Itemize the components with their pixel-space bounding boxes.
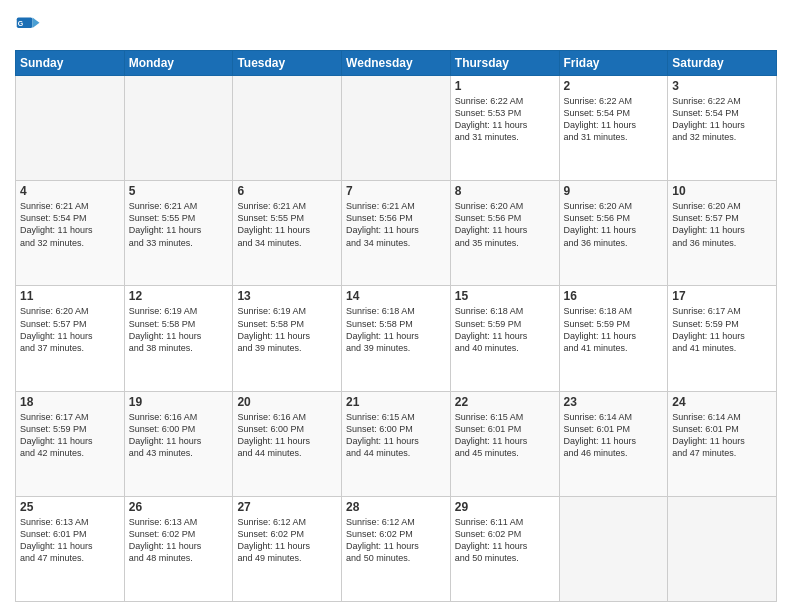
day-number: 28	[346, 500, 446, 514]
svg-marker-1	[33, 18, 40, 29]
calendar-cell: 19Sunrise: 6:16 AM Sunset: 6:00 PM Dayli…	[124, 391, 233, 496]
day-number: 14	[346, 289, 446, 303]
cell-info: Sunrise: 6:22 AM Sunset: 5:53 PM Dayligh…	[455, 95, 555, 144]
cell-info: Sunrise: 6:13 AM Sunset: 6:02 PM Dayligh…	[129, 516, 229, 565]
logo-icon: G	[15, 14, 43, 42]
cell-info: Sunrise: 6:18 AM Sunset: 5:59 PM Dayligh…	[564, 305, 664, 354]
day-number: 16	[564, 289, 664, 303]
day-number: 4	[20, 184, 120, 198]
calendar-week-0: 1Sunrise: 6:22 AM Sunset: 5:53 PM Daylig…	[16, 76, 777, 181]
calendar-cell	[668, 496, 777, 601]
day-header-tuesday: Tuesday	[233, 51, 342, 76]
day-header-saturday: Saturday	[668, 51, 777, 76]
calendar-table: SundayMondayTuesdayWednesdayThursdayFrid…	[15, 50, 777, 602]
calendar-week-2: 11Sunrise: 6:20 AM Sunset: 5:57 PM Dayli…	[16, 286, 777, 391]
calendar-cell	[124, 76, 233, 181]
day-number: 6	[237, 184, 337, 198]
calendar-cell	[342, 76, 451, 181]
day-number: 9	[564, 184, 664, 198]
day-number: 18	[20, 395, 120, 409]
calendar-cell: 21Sunrise: 6:15 AM Sunset: 6:00 PM Dayli…	[342, 391, 451, 496]
calendar-cell: 28Sunrise: 6:12 AM Sunset: 6:02 PM Dayli…	[342, 496, 451, 601]
calendar-week-1: 4Sunrise: 6:21 AM Sunset: 5:54 PM Daylig…	[16, 181, 777, 286]
day-number: 11	[20, 289, 120, 303]
day-number: 20	[237, 395, 337, 409]
day-number: 21	[346, 395, 446, 409]
cell-info: Sunrise: 6:12 AM Sunset: 6:02 PM Dayligh…	[237, 516, 337, 565]
calendar-week-4: 25Sunrise: 6:13 AM Sunset: 6:01 PM Dayli…	[16, 496, 777, 601]
cell-info: Sunrise: 6:19 AM Sunset: 5:58 PM Dayligh…	[237, 305, 337, 354]
calendar-cell: 12Sunrise: 6:19 AM Sunset: 5:58 PM Dayli…	[124, 286, 233, 391]
cell-info: Sunrise: 6:21 AM Sunset: 5:55 PM Dayligh…	[237, 200, 337, 249]
svg-text:G: G	[18, 20, 24, 27]
day-number: 23	[564, 395, 664, 409]
calendar-cell: 29Sunrise: 6:11 AM Sunset: 6:02 PM Dayli…	[450, 496, 559, 601]
calendar-cell: 10Sunrise: 6:20 AM Sunset: 5:57 PM Dayli…	[668, 181, 777, 286]
calendar-cell: 18Sunrise: 6:17 AM Sunset: 5:59 PM Dayli…	[16, 391, 125, 496]
cell-info: Sunrise: 6:17 AM Sunset: 5:59 PM Dayligh…	[20, 411, 120, 460]
day-number: 22	[455, 395, 555, 409]
calendar-cell: 3Sunrise: 6:22 AM Sunset: 5:54 PM Daylig…	[668, 76, 777, 181]
cell-info: Sunrise: 6:16 AM Sunset: 6:00 PM Dayligh…	[129, 411, 229, 460]
cell-info: Sunrise: 6:15 AM Sunset: 6:01 PM Dayligh…	[455, 411, 555, 460]
calendar-cell: 4Sunrise: 6:21 AM Sunset: 5:54 PM Daylig…	[16, 181, 125, 286]
day-number: 25	[20, 500, 120, 514]
cell-info: Sunrise: 6:14 AM Sunset: 6:01 PM Dayligh…	[672, 411, 772, 460]
calendar-week-3: 18Sunrise: 6:17 AM Sunset: 5:59 PM Dayli…	[16, 391, 777, 496]
cell-info: Sunrise: 6:12 AM Sunset: 6:02 PM Dayligh…	[346, 516, 446, 565]
cell-info: Sunrise: 6:14 AM Sunset: 6:01 PM Dayligh…	[564, 411, 664, 460]
calendar-cell: 17Sunrise: 6:17 AM Sunset: 5:59 PM Dayli…	[668, 286, 777, 391]
page: G SundayMondayTuesdayWednesdayThursdayFr…	[0, 0, 792, 612]
cell-info: Sunrise: 6:21 AM Sunset: 5:56 PM Dayligh…	[346, 200, 446, 249]
cell-info: Sunrise: 6:20 AM Sunset: 5:56 PM Dayligh…	[564, 200, 664, 249]
calendar-cell: 25Sunrise: 6:13 AM Sunset: 6:01 PM Dayli…	[16, 496, 125, 601]
calendar-cell: 6Sunrise: 6:21 AM Sunset: 5:55 PM Daylig…	[233, 181, 342, 286]
calendar-cell: 14Sunrise: 6:18 AM Sunset: 5:58 PM Dayli…	[342, 286, 451, 391]
logo: G	[15, 14, 47, 42]
cell-info: Sunrise: 6:15 AM Sunset: 6:00 PM Dayligh…	[346, 411, 446, 460]
calendar-cell: 1Sunrise: 6:22 AM Sunset: 5:53 PM Daylig…	[450, 76, 559, 181]
cell-info: Sunrise: 6:18 AM Sunset: 5:58 PM Dayligh…	[346, 305, 446, 354]
cell-info: Sunrise: 6:16 AM Sunset: 6:00 PM Dayligh…	[237, 411, 337, 460]
day-number: 24	[672, 395, 772, 409]
day-number: 29	[455, 500, 555, 514]
calendar-cell: 2Sunrise: 6:22 AM Sunset: 5:54 PM Daylig…	[559, 76, 668, 181]
calendar-cell	[559, 496, 668, 601]
cell-info: Sunrise: 6:11 AM Sunset: 6:02 PM Dayligh…	[455, 516, 555, 565]
day-header-friday: Friday	[559, 51, 668, 76]
day-number: 5	[129, 184, 229, 198]
cell-info: Sunrise: 6:21 AM Sunset: 5:54 PM Dayligh…	[20, 200, 120, 249]
calendar-cell: 13Sunrise: 6:19 AM Sunset: 5:58 PM Dayli…	[233, 286, 342, 391]
calendar-cell: 22Sunrise: 6:15 AM Sunset: 6:01 PM Dayli…	[450, 391, 559, 496]
day-number: 15	[455, 289, 555, 303]
day-number: 10	[672, 184, 772, 198]
cell-info: Sunrise: 6:19 AM Sunset: 5:58 PM Dayligh…	[129, 305, 229, 354]
cell-info: Sunrise: 6:21 AM Sunset: 5:55 PM Dayligh…	[129, 200, 229, 249]
calendar-cell: 23Sunrise: 6:14 AM Sunset: 6:01 PM Dayli…	[559, 391, 668, 496]
day-number: 2	[564, 79, 664, 93]
day-header-wednesday: Wednesday	[342, 51, 451, 76]
calendar-cell: 5Sunrise: 6:21 AM Sunset: 5:55 PM Daylig…	[124, 181, 233, 286]
day-header-sunday: Sunday	[16, 51, 125, 76]
cell-info: Sunrise: 6:13 AM Sunset: 6:01 PM Dayligh…	[20, 516, 120, 565]
day-number: 12	[129, 289, 229, 303]
calendar-cell: 24Sunrise: 6:14 AM Sunset: 6:01 PM Dayli…	[668, 391, 777, 496]
day-number: 3	[672, 79, 772, 93]
day-number: 19	[129, 395, 229, 409]
day-number: 13	[237, 289, 337, 303]
calendar-cell	[233, 76, 342, 181]
calendar-cell: 11Sunrise: 6:20 AM Sunset: 5:57 PM Dayli…	[16, 286, 125, 391]
header: G	[15, 10, 777, 42]
calendar-cell	[16, 76, 125, 181]
calendar-cell: 9Sunrise: 6:20 AM Sunset: 5:56 PM Daylig…	[559, 181, 668, 286]
calendar-cell: 15Sunrise: 6:18 AM Sunset: 5:59 PM Dayli…	[450, 286, 559, 391]
day-header-thursday: Thursday	[450, 51, 559, 76]
cell-info: Sunrise: 6:20 AM Sunset: 5:56 PM Dayligh…	[455, 200, 555, 249]
calendar-cell: 16Sunrise: 6:18 AM Sunset: 5:59 PM Dayli…	[559, 286, 668, 391]
calendar-header-row: SundayMondayTuesdayWednesdayThursdayFrid…	[16, 51, 777, 76]
day-number: 17	[672, 289, 772, 303]
calendar-cell: 27Sunrise: 6:12 AM Sunset: 6:02 PM Dayli…	[233, 496, 342, 601]
day-header-monday: Monday	[124, 51, 233, 76]
day-number: 1	[455, 79, 555, 93]
calendar-cell: 8Sunrise: 6:20 AM Sunset: 5:56 PM Daylig…	[450, 181, 559, 286]
